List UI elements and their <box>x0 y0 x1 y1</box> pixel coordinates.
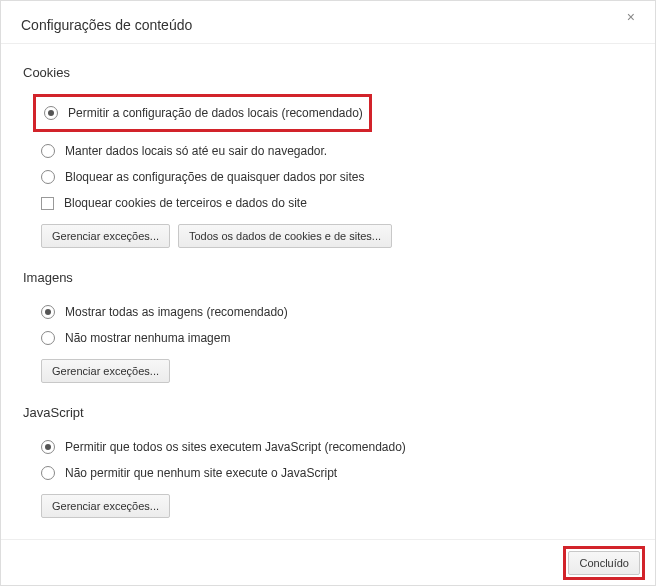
dialog-titlebar: Configurações de conteúdo × <box>1 1 655 44</box>
done-button[interactable]: Concluído <box>568 551 640 575</box>
option-label: Bloquear as configurações de quaisquer d… <box>65 170 365 184</box>
section-title-cookies: Cookies <box>23 65 635 80</box>
section-cookies: Cookies Permitir a configuração de dados… <box>23 65 635 252</box>
dialog-footer: Concluído <box>1 539 655 585</box>
section-images: Imagens Mostrar todas as imagens (recome… <box>23 270 635 387</box>
section-title-javascript: JavaScript <box>23 405 635 420</box>
option-label: Bloquear cookies de terceiros e dados do… <box>64 196 307 210</box>
js-option-allow[interactable]: Permitir que todos os sites executem Jav… <box>23 434 635 460</box>
cookies-button-row: Gerenciar exceções... Todos os dados de … <box>23 216 635 252</box>
close-icon[interactable]: × <box>621 7 641 27</box>
manage-exceptions-button[interactable]: Gerenciar exceções... <box>41 494 170 518</box>
cookies-option-session[interactable]: Manter dados locais só até eu sair do na… <box>23 138 635 164</box>
radio-icon[interactable] <box>41 305 55 319</box>
section-title-images: Imagens <box>23 270 635 285</box>
radio-icon[interactable] <box>44 106 58 120</box>
option-label: Não permitir que nenhum site execute o J… <box>65 466 337 480</box>
section-javascript: JavaScript Permitir que todos os sites e… <box>23 405 635 522</box>
images-option-hide[interactable]: Não mostrar nenhuma imagem <box>23 325 635 351</box>
radio-icon[interactable] <box>41 331 55 345</box>
cookies-block-thirdparty[interactable]: Bloquear cookies de terceiros e dados do… <box>23 190 635 216</box>
cookies-option-block[interactable]: Bloquear as configurações de quaisquer d… <box>23 164 635 190</box>
js-button-row: Gerenciar exceções... <box>23 486 635 522</box>
images-button-row: Gerenciar exceções... <box>23 351 635 387</box>
radio-icon[interactable] <box>41 466 55 480</box>
option-label: Não mostrar nenhuma imagem <box>65 331 230 345</box>
highlight-cookies-allow: Permitir a configuração de dados locais … <box>33 94 372 132</box>
js-option-block[interactable]: Não permitir que nenhum site execute o J… <box>23 460 635 486</box>
manage-exceptions-button[interactable]: Gerenciar exceções... <box>41 359 170 383</box>
cookies-option-allow[interactable]: Permitir a configuração de dados locais … <box>36 100 363 126</box>
highlight-done-button: Concluído <box>563 546 645 580</box>
manage-exceptions-button[interactable]: Gerenciar exceções... <box>41 224 170 248</box>
radio-icon[interactable] <box>41 440 55 454</box>
checkbox-icon[interactable] <box>41 197 54 210</box>
content-scrollpane[interactable]: Cookies Permitir a configuração de dados… <box>1 47 655 539</box>
radio-icon[interactable] <box>41 144 55 158</box>
images-option-show[interactable]: Mostrar todas as imagens (recomendado) <box>23 299 635 325</box>
radio-icon[interactable] <box>41 170 55 184</box>
dialog-title: Configurações de conteúdo <box>21 17 635 33</box>
option-label: Manter dados locais só até eu sair do na… <box>65 144 327 158</box>
option-label: Mostrar todas as imagens (recomendado) <box>65 305 288 319</box>
all-cookies-data-button[interactable]: Todos os dados de cookies e de sites... <box>178 224 392 248</box>
option-label: Permitir que todos os sites executem Jav… <box>65 440 406 454</box>
option-label: Permitir a configuração de dados locais … <box>68 106 363 120</box>
